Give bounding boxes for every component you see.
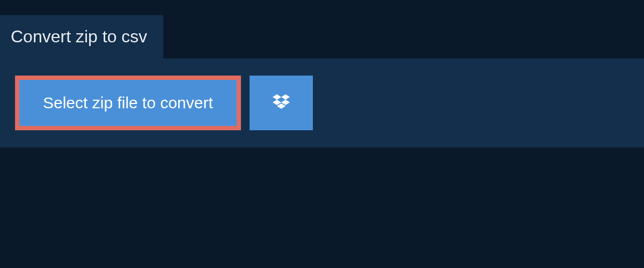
dropbox-button[interactable]: [250, 76, 313, 130]
select-file-label: Select zip file to convert: [43, 94, 213, 112]
tab-title: Convert zip to csv: [11, 27, 147, 46]
button-row: Select zip file to convert: [15, 76, 629, 130]
select-file-button[interactable]: Select zip file to convert: [15, 76, 241, 130]
main-panel: Select zip file to convert: [0, 58, 644, 147]
dropbox-icon: [270, 92, 292, 114]
tab-header: Convert zip to csv: [0, 15, 163, 58]
